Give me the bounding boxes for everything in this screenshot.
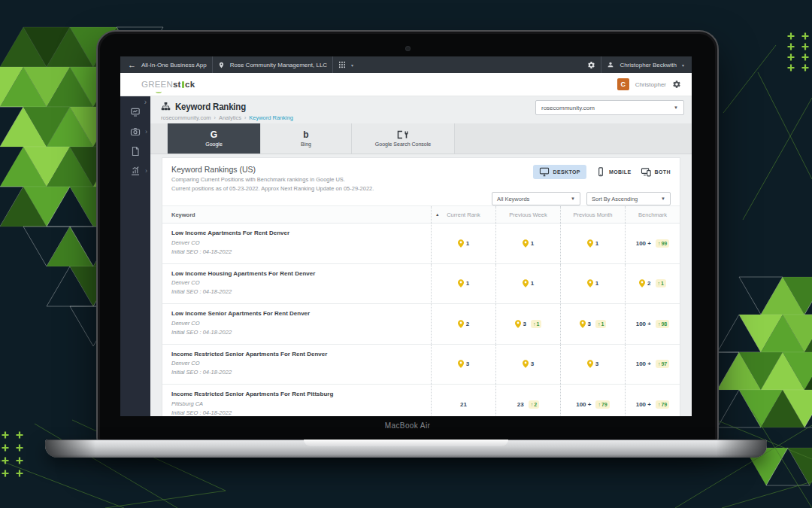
divider: [332, 56, 333, 73]
user-menu-label[interactable]: Christopher Beckwith: [620, 62, 677, 68]
rank-change-badge: ↑1: [531, 320, 541, 328]
mobile-button[interactable]: MOBILE: [595, 165, 632, 179]
chevron-right-icon[interactable]: ›: [145, 128, 147, 135]
rank-value: 1: [595, 280, 598, 287]
page-header: Keyword Ranking rosecommunity.com › Anal…: [150, 96, 692, 123]
sidebar-expand-icon[interactable]: ›: [144, 98, 147, 106]
camera-icon: [130, 126, 141, 137]
laptop-frame: ← All-In-One Business App Rose Community…: [96, 30, 719, 444]
current-rank-cell: 2: [431, 304, 495, 344]
avatar[interactable]: C: [617, 78, 629, 90]
column-keyword[interactable]: Keyword: [162, 211, 431, 218]
sort-dropdown[interactable]: Sort By Ascending ▼: [586, 192, 671, 205]
laptop-base: [45, 440, 767, 458]
chevron-down-icon: ▼: [571, 196, 575, 201]
sidebar-item-dashboard[interactable]: [120, 107, 150, 117]
main-content: Keyword Ranking rosecommunity.com › Anal…: [150, 96, 692, 416]
sort-ascending-icon[interactable]: ▲: [435, 212, 439, 217]
rank-value: 100 +: [576, 401, 591, 408]
app-screen: ← All-In-One Business App Rose Community…: [120, 56, 692, 416]
apps-grid-icon[interactable]: [338, 61, 346, 68]
map-pin-icon: [587, 239, 593, 248]
map-pin-icon: [523, 360, 529, 368]
up-arrow-icon: ↑: [598, 321, 601, 327]
location-pin-icon: [218, 61, 225, 69]
site-selector-dropdown[interactable]: rosecommunity.com ▼: [535, 100, 684, 115]
keyword-filter-dropdown[interactable]: All Keywords ▼: [492, 192, 580, 205]
chevron-down-icon[interactable]: ▾: [682, 62, 684, 68]
table-row[interactable]: Income Restricted Senior Apartments For …: [162, 345, 680, 385]
keyword-initial-seo: Initial SEO : 04-18-2022: [171, 409, 431, 416]
keyword-location: Denver CO: [171, 319, 431, 328]
keyword-location: Denver CO: [171, 359, 431, 368]
chevron-right-icon[interactable]: ›: [145, 167, 147, 175]
column-benchmark[interactable]: Benchmark: [625, 206, 680, 223]
breadcrumb: rosecommunity.com › Analytics › Keyword …: [161, 114, 684, 121]
table-body: Low Income Apartments For Rent DenverDen…: [162, 224, 680, 416]
keyword-cell: Low Income Housing Apartments For Rent D…: [162, 264, 431, 304]
previous-week-cell: 23↑2: [495, 385, 560, 416]
previous-month-cell: 1: [560, 224, 625, 263]
greenstick-logo[interactable]: GREENstck: [141, 80, 195, 89]
column-previous-month[interactable]: Previous Month: [560, 206, 625, 223]
keyword-initial-seo: Initial SEO : 04-18-2022: [171, 368, 431, 377]
keyword-filter-value: All Keywords: [497, 196, 529, 202]
tab-google[interactable]: G Google: [167, 123, 261, 154]
table-row[interactable]: Low Income Housing Apartments For Rent D…: [162, 264, 680, 305]
benchmark-cell: 100 +↑79: [625, 385, 680, 416]
sidebar-item-analytics[interactable]: ›: [120, 166, 150, 176]
mobile-icon: [595, 167, 606, 177]
keyword-text: Income Restricted Senior Apartments For …: [171, 390, 431, 400]
keyword-initial-seo: Initial SEO : 04-18-2022: [171, 328, 431, 337]
back-arrow-icon[interactable]: ←: [128, 61, 136, 69]
up-arrow-icon: ↑: [531, 402, 534, 407]
table-filters: All Keywords ▼ Sort By Ascending ▼: [492, 192, 671, 205]
site-selector-value: rosecommunity.com: [541, 105, 595, 111]
up-arrow-icon: ↑: [533, 321, 536, 327]
map-pin-icon: [458, 320, 464, 328]
keyword-location: Denver CO: [171, 278, 431, 287]
map-pin-icon: [523, 239, 529, 248]
settings-gear-icon[interactable]: [672, 80, 681, 89]
map-pin-icon: [523, 279, 529, 287]
keyword-cell: Low Income Senior Apartments For Rent De…: [162, 304, 431, 344]
column-current-rank[interactable]: ▲Current Rank: [431, 206, 495, 223]
document-icon: [130, 146, 141, 157]
keyword-cell: Income Restricted Senior Apartments For …: [162, 385, 431, 416]
desktop-icon: [539, 167, 550, 177]
previous-week-cell: 3: [495, 345, 560, 385]
chevron-down-icon[interactable]: ▾: [351, 62, 353, 68]
sidebar-item-documents[interactable]: [120, 146, 150, 157]
column-previous-week[interactable]: Previous Week: [495, 206, 560, 223]
tab-google-search-console[interactable]: Google Search Console: [352, 123, 455, 154]
desktop-button[interactable]: DESKTOP: [533, 165, 586, 179]
rank-value: 23: [517, 401, 524, 408]
sidebar-item-media[interactable]: ›: [120, 126, 150, 137]
divider: [601, 56, 601, 73]
tab-bing[interactable]: b Bing: [261, 123, 352, 154]
previous-week-cell: 1: [495, 224, 560, 263]
table-header: Keyword ▲Current Rank Previous Week Prev…: [162, 205, 680, 224]
user-icon: [607, 61, 614, 68]
rank-value: 2: [466, 321, 469, 327]
current-rank-cell: 3: [431, 345, 495, 385]
keyword-initial-seo: Initial SEO : 04-18-2022: [171, 248, 431, 257]
up-arrow-icon: ↑: [658, 321, 661, 327]
keyword-text: Low Income Apartments For Rent Denver: [171, 229, 431, 239]
previous-month-cell: 1: [560, 264, 625, 304]
table-row[interactable]: Low Income Apartments For Rent DenverDen…: [162, 224, 680, 264]
keyword-rankings-card: Keyword Rankings (US) Comparing Current …: [162, 157, 680, 416]
both-button[interactable]: BOTH: [641, 165, 671, 179]
app-header-bar: GREENstck C Christopher: [120, 73, 692, 96]
rank-value: 100 +: [636, 240, 651, 247]
table-row[interactable]: Income Restricted Senior Apartments For …: [162, 385, 680, 416]
table-row[interactable]: Low Income Senior Apartments For Rent De…: [162, 304, 680, 345]
rank-change-badge: ↑1: [656, 279, 666, 287]
benchmark-cell: 100 +↑97: [625, 345, 680, 385]
breadcrumb-analytics[interactable]: Analytics: [219, 114, 241, 121]
breadcrumb-site[interactable]: rosecommunity.com: [161, 114, 211, 121]
previous-month-cell: 3: [560, 345, 625, 385]
rank-value: 1: [595, 240, 598, 247]
desktop-mobile-icon: [641, 167, 652, 177]
gear-icon[interactable]: [587, 61, 595, 69]
